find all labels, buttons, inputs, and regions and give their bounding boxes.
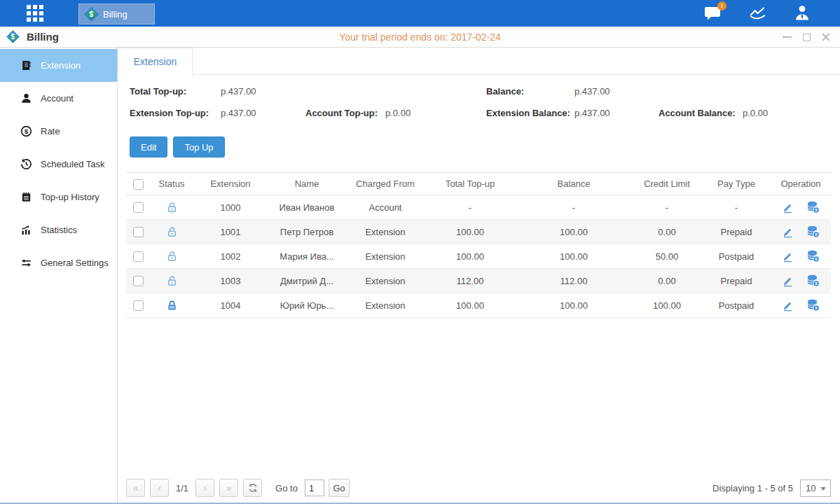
balance-label: Balance: bbox=[486, 86, 524, 97]
cell-pay-type: - bbox=[702, 202, 771, 213]
top-up-row-icon[interactable]: $ bbox=[806, 201, 820, 214]
cell-credit-limit: 0.00 bbox=[632, 276, 702, 286]
edit-row-icon[interactable] bbox=[782, 275, 794, 287]
extension-balance-label: Extension Balance: bbox=[486, 108, 570, 118]
last-page-button[interactable]: » bbox=[219, 479, 238, 497]
sidebar-item-scheduled-task[interactable]: Scheduled Task bbox=[0, 148, 117, 181]
cell-balance: 100.00 bbox=[516, 300, 632, 311]
billing-window-icon: $ bbox=[6, 30, 19, 43]
goto-page-input[interactable] bbox=[305, 479, 324, 496]
row-checkbox[interactable] bbox=[133, 227, 144, 237]
cell-credit-limit: 0.00 bbox=[632, 227, 702, 237]
pagination-bar: « ‹ 1/1 › » Go to Go Displaying bbox=[126, 478, 831, 498]
sidebar-label: Statistics bbox=[41, 225, 77, 235]
unlocked-icon bbox=[166, 275, 178, 287]
statistics-monitor-icon[interactable] bbox=[749, 5, 767, 22]
general-settings-arrows-icon bbox=[20, 257, 32, 269]
page-indicator: 1/1 bbox=[176, 483, 188, 493]
maximize-button[interactable] bbox=[803, 34, 811, 41]
sidebar-label: Top-up History bbox=[41, 192, 99, 202]
app-launcher-icon[interactable] bbox=[27, 5, 49, 22]
sidebar-label: Account bbox=[41, 93, 74, 104]
table-row: 1001 Петр Петров Extension 100.00 100.00… bbox=[126, 220, 831, 244]
top-up-row-icon[interactable]: $ bbox=[806, 274, 820, 287]
extension-topup-value: p.437.00 bbox=[221, 108, 256, 118]
close-button[interactable] bbox=[822, 33, 830, 41]
edit-button[interactable]: Edit bbox=[130, 136, 167, 158]
row-checkbox[interactable] bbox=[133, 202, 144, 213]
cell-balance: 100.00 bbox=[516, 227, 632, 237]
cell-extension: 1004 bbox=[193, 300, 268, 311]
tab-extension[interactable]: Extension bbox=[118, 48, 193, 75]
cell-balance: - bbox=[516, 202, 632, 213]
first-page-button[interactable]: « bbox=[126, 479, 145, 497]
row-checkbox[interactable] bbox=[133, 300, 144, 311]
go-button[interactable]: Go bbox=[329, 479, 350, 497]
edit-row-icon[interactable] bbox=[782, 202, 794, 214]
edit-row-icon[interactable] bbox=[782, 226, 794, 238]
user-account-icon[interactable] bbox=[794, 5, 812, 22]
cell-name: Дмитрий Д... bbox=[268, 276, 346, 286]
status-lock-icon bbox=[150, 299, 193, 311]
cell-pay-type: Postpaid bbox=[702, 251, 771, 262]
refresh-icon bbox=[248, 483, 258, 493]
edit-row-icon[interactable] bbox=[782, 251, 794, 262]
cell-name: Иван Иванов bbox=[268, 202, 346, 213]
cell-charged-from: Extension bbox=[346, 276, 425, 286]
app-tab-billing[interactable]: $ Billing bbox=[78, 4, 155, 24]
unlocked-icon bbox=[166, 251, 178, 262]
rate-dollar-icon: $ bbox=[20, 125, 32, 137]
prev-page-button[interactable]: ‹ bbox=[150, 479, 169, 497]
sidebar-item-rate[interactable]: $ Rate bbox=[0, 115, 117, 148]
messages-icon[interactable]: ! bbox=[704, 5, 722, 22]
cell-credit-limit: 100.00 bbox=[632, 300, 702, 311]
billing-app-window: $ Billing ! bbox=[0, 0, 840, 504]
row-checkbox[interactable] bbox=[133, 276, 144, 286]
top-app-bar: $ Billing ! bbox=[0, 0, 840, 27]
svg-text:$: $ bbox=[815, 232, 818, 237]
page-size-value: 10 bbox=[806, 483, 815, 493]
top-up-row-icon[interactable]: $ bbox=[806, 250, 820, 262]
page-size-select[interactable]: 10 bbox=[800, 479, 831, 497]
sidebar-item-topup-history[interactable]: Top-up History bbox=[0, 181, 117, 214]
sidebar-item-account[interactable]: Account bbox=[0, 82, 117, 115]
table-row: 1004 Юрий Юрь... Extension 100.00 100.00… bbox=[126, 293, 831, 318]
billing-dollar-icon: $ bbox=[84, 6, 99, 21]
svg-text:$: $ bbox=[815, 256, 818, 261]
sidebar-item-statistics[interactable]: Statistics bbox=[0, 214, 117, 246]
row-checkbox[interactable] bbox=[133, 251, 144, 262]
sidebar-item-extension[interactable]: Extension bbox=[0, 49, 117, 82]
status-lock-icon bbox=[150, 225, 193, 237]
top-up-row-icon[interactable]: $ bbox=[806, 225, 820, 238]
cell-pay-type: Postpaid bbox=[702, 300, 771, 311]
person-icon bbox=[794, 5, 811, 20]
sidebar-label: General Settings bbox=[41, 258, 109, 268]
cell-charged-from: Extension bbox=[346, 300, 425, 311]
top-up-button[interactable]: Top Up bbox=[173, 136, 224, 158]
select-all-checkbox[interactable] bbox=[133, 179, 144, 190]
refresh-button[interactable] bbox=[243, 479, 262, 497]
table-row: 1002 Мария Ива... Extension 100.00 100.0… bbox=[126, 244, 831, 269]
cell-total-topup: - bbox=[425, 202, 516, 213]
col-total-topup: Total Top-up bbox=[425, 178, 516, 189]
status-lock-icon bbox=[150, 274, 193, 286]
top-up-row-icon[interactable]: $ bbox=[806, 299, 820, 312]
col-pay-type: Pay Type bbox=[702, 178, 771, 189]
svg-text:$: $ bbox=[815, 281, 818, 286]
cell-name: Юрий Юрь... bbox=[268, 300, 346, 311]
minimize-button[interactable] bbox=[783, 36, 792, 38]
col-extension: Extension bbox=[193, 178, 268, 189]
edit-row-icon[interactable] bbox=[782, 300, 794, 312]
col-credit-limit: Credit Limit bbox=[632, 178, 702, 189]
cell-pay-type: Prepaid bbox=[702, 276, 771, 286]
goto-label: Go to bbox=[275, 483, 298, 493]
cell-charged-from: Extension bbox=[346, 251, 425, 262]
svg-text:$: $ bbox=[815, 305, 818, 310]
balance-value: p.437.00 bbox=[574, 86, 610, 97]
unlocked-icon bbox=[166, 202, 178, 214]
sidebar: Extension Account $ Rate bbox=[0, 48, 118, 503]
next-page-button[interactable]: › bbox=[195, 479, 214, 497]
extension-table: Status Extension Name Charged From Total… bbox=[126, 172, 831, 318]
cell-extension: 1002 bbox=[193, 251, 268, 262]
sidebar-item-general-settings[interactable]: General Settings bbox=[0, 246, 117, 279]
